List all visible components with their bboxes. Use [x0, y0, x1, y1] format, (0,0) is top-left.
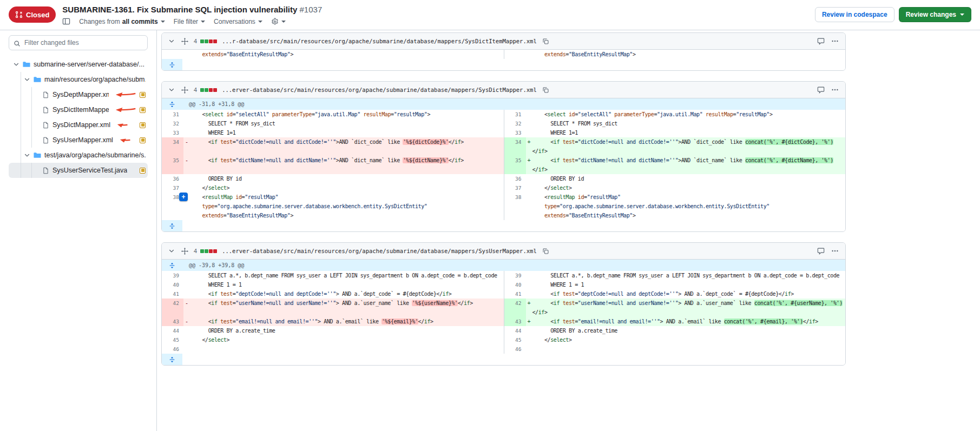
changed-lines-count: 4 [194, 38, 197, 44]
collapse-file-button[interactable] [167, 37, 176, 45]
file-path[interactable]: ...erver-database/src/main/resources/org… [222, 248, 537, 254]
file-comment-button[interactable] [816, 85, 826, 95]
line-number[interactable]: 35 [162, 156, 183, 174]
line-number[interactable]: 41 [162, 289, 183, 299]
line-number[interactable]: 45 [504, 335, 526, 344]
line-number[interactable]: 33 [504, 128, 526, 137]
line-number[interactable]: 44 [504, 326, 526, 335]
chevron-down-icon[interactable] [13, 61, 19, 68]
line-number[interactable]: 39 [162, 271, 183, 280]
changes-from-dropdown[interactable]: Changes fromall commits [79, 18, 165, 25]
collapse-file-button[interactable] [167, 85, 176, 94]
expand-diff-button[interactable] [162, 98, 182, 110]
line-number[interactable]: 34 [162, 137, 183, 156]
file-comment-button[interactable] [816, 36, 826, 46]
tree-folder-item[interactable]: main/resources/org/apache/subm... [9, 72, 148, 87]
review-changes-button[interactable]: Review changes [899, 7, 971, 22]
line-number[interactable]: 35 [504, 156, 526, 174]
code-line: <if test="dictCode!=null and dictCode!='… [532, 137, 846, 147]
line-number[interactable]: 41 [504, 289, 526, 299]
line-number[interactable]: 38 [504, 193, 526, 220]
collapse-file-button[interactable] [167, 247, 176, 255]
diffstat-squares [200, 249, 218, 253]
line-number[interactable]: 42 [162, 299, 183, 317]
line-number[interactable]: 37 [504, 183, 526, 193]
diff-marker [526, 289, 532, 299]
toggle-file-tree-button[interactable] [62, 17, 70, 25]
tree-item-label: test/java/org/apache/submarine/s... [44, 151, 146, 159]
diff-file-card: 4...erver-database/src/main/resources/or… [161, 81, 846, 232]
file-modified-badge [140, 168, 146, 174]
pr-closed-icon [15, 11, 23, 18]
file-kebab-menu-button[interactable] [830, 246, 840, 256]
tree-file-item[interactable]: SysDictItemMapper.xml [9, 102, 148, 117]
file-path[interactable]: ...erver-database/src/main/resources/org… [222, 87, 537, 93]
diff-marker [183, 183, 190, 193]
code-cell: <select id="selectAll" parameterType="ja… [526, 110, 846, 119]
line-number[interactable]: 32 [504, 119, 526, 128]
file-path[interactable]: ...r-database/src/main/resources/org/apa… [222, 38, 537, 44]
code-cell [183, 344, 504, 354]
line-number[interactable] [504, 50, 526, 59]
file-kebab-menu-button[interactable] [830, 85, 840, 95]
line-number[interactable]: 32 [162, 119, 183, 128]
folder-icon [34, 76, 41, 83]
tree-folder-item[interactable]: test/java/org/apache/submarine/s... [9, 148, 148, 163]
line-number[interactable]: 43 [504, 317, 526, 326]
diff-settings-dropdown[interactable] [271, 18, 286, 25]
line-number[interactable]: 43 [162, 317, 183, 326]
expand-diff-button[interactable] [162, 220, 182, 231]
line-number[interactable]: 33 [162, 128, 183, 137]
code-line: ORDER BY id [532, 174, 846, 183]
line-number[interactable]: 34 [504, 137, 526, 156]
code-line: extends="BaseEntityResultMap"> [532, 50, 846, 59]
drag-file-handle[interactable] [180, 247, 189, 256]
kebab-menu-icon [831, 247, 839, 255]
copy-path-button[interactable] [541, 85, 550, 95]
code-cell: + <if test="email!=null and email!=''"> … [526, 317, 846, 326]
chevron-down-icon[interactable] [24, 152, 30, 158]
code-cell: WHERE 1=1 [526, 128, 846, 137]
expand-diff-button[interactable] [162, 260, 182, 271]
line-number[interactable]: 40 [504, 280, 526, 289]
line-number[interactable]: 36 [504, 174, 526, 183]
expand-diff-icon [169, 62, 175, 68]
copy-path-button[interactable] [541, 247, 550, 256]
line-number[interactable]: 42 [504, 299, 526, 317]
line-number[interactable]: 37 [162, 183, 183, 193]
diff-marker [526, 119, 532, 128]
drag-handle-icon [181, 248, 188, 255]
code-line: type="org.apache.submarine.server.databa… [532, 202, 846, 211]
expand-diff-icon [169, 356, 175, 363]
file-comment-button[interactable] [816, 246, 826, 256]
drag-file-handle[interactable] [180, 37, 189, 46]
line-number[interactable]: 31 [504, 110, 526, 119]
tree-file-item[interactable]: SysDictMapper.xml [9, 117, 148, 132]
line-number[interactable]: 39 [504, 271, 526, 280]
tree-file-item[interactable]: SysUserMapper.xml [9, 132, 148, 148]
tree-folder-item[interactable]: submarine-server/server-database/... [9, 57, 148, 72]
line-number[interactable]: 44 [162, 326, 183, 335]
line-number[interactable]: 40 [162, 280, 183, 289]
diff-marker: - [183, 317, 190, 326]
line-number[interactable]: 31 [162, 110, 183, 119]
tree-file-item[interactable]: SysUserServiceTest.java [9, 163, 148, 178]
expand-diff-button[interactable] [162, 354, 182, 365]
filter-changed-files-input[interactable] [9, 35, 148, 50]
line-number[interactable]: 46 [162, 344, 183, 354]
expand-diff-button[interactable] [162, 59, 182, 70]
drag-file-handle[interactable] [180, 85, 189, 95]
tree-file-item[interactable]: SysDeptMapper.xml [9, 87, 148, 102]
conversations-dropdown[interactable]: Conversations [214, 18, 262, 25]
copy-path-button[interactable] [541, 37, 550, 46]
review-in-codespace-button[interactable]: Review in codespace [815, 7, 895, 22]
line-number[interactable] [162, 50, 183, 59]
add-line-comment-button[interactable]: + [179, 193, 188, 201]
file-kebab-menu-button[interactable] [830, 36, 840, 46]
file-tree-sidebar: submarine-server/server-database/...main… [0, 30, 157, 431]
line-number[interactable]: 45 [162, 335, 183, 344]
line-number[interactable]: 46 [504, 344, 526, 354]
line-number[interactable]: 36 [162, 174, 183, 183]
file-filter-dropdown[interactable]: File filter [174, 18, 205, 25]
chevron-down-icon[interactable] [24, 76, 30, 83]
